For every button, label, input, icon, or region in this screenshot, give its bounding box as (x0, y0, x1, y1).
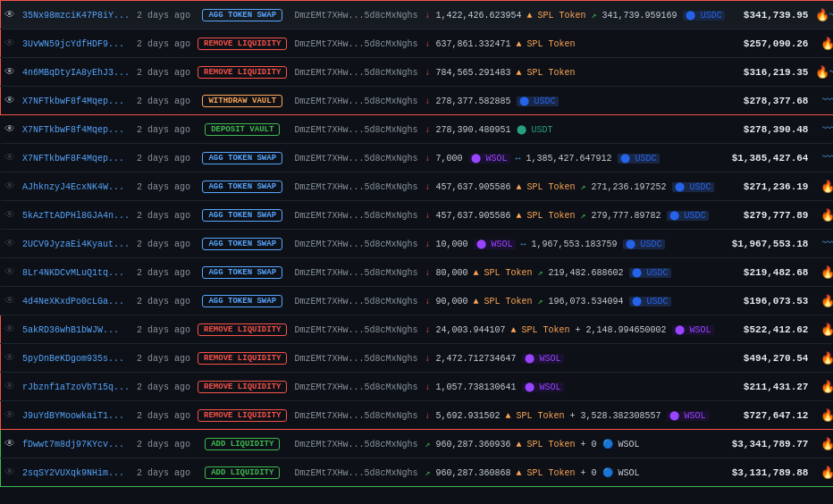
dest-address[interactable]: DmzEMt7XHw...5d8cMxNghs (294, 68, 417, 78)
amount-in-arrow: ↗ (425, 440, 436, 449)
timestamp: 2 days ago (137, 11, 190, 21)
time-cell: 2 days ago (133, 29, 194, 58)
wallet-address[interactable]: 2UCV9JyzaEi4Kyaut... (22, 239, 130, 249)
wallet-address[interactable]: 5pyDnBeKDgom935s... (22, 354, 124, 364)
dest-address[interactable]: DmzEMt7XHw...5d8cMxNghs (294, 268, 417, 278)
table-row: 👁 X7NFTkbwF8f4Mqep... 2 days ago DEPOSIT… (1, 115, 834, 144)
dest-address[interactable]: DmzEMt7XHw...5d8cMxNghs (294, 354, 417, 364)
fire-icon: 🔥 (820, 209, 833, 223)
amount-out-arrow: ↓ (425, 325, 436, 335)
amount-out-arrow: ↓ (425, 125, 436, 135)
wallet-address[interactable]: 35Nx98mzciK47P8iY... (22, 11, 130, 21)
amounts-cell: ↓ 1,422,426.623954 ▲ SPL Token ↗ 341,739… (422, 1, 728, 29)
eye-icon[interactable]: 👁 (4, 38, 15, 50)
wsol-token-icon: ⬤ WSOL (522, 354, 564, 364)
address-cell: 4n6MBqDtyIA8yEhJ3... (19, 58, 133, 87)
wallet-address[interactable]: rJbznf1aTzoVbT15q... (22, 382, 130, 392)
dest-address[interactable]: DmzEMt7XHw...5d8cMxNghs (294, 468, 417, 478)
amounts-cell: ↗ 960,287.360868 ▲ SPL Token + 0 🔵 WSOL (422, 458, 728, 487)
wallet-address[interactable]: 3UvWN59jcYdfHDF9... (22, 39, 124, 49)
eye-icon[interactable]: 👁 (4, 352, 15, 365)
wallet-address[interactable]: 4d4NeXKxdPo0cLGa... (22, 297, 124, 307)
eye-icon[interactable]: 👁 (4, 209, 15, 222)
dest-address[interactable]: DmzEMt7XHw...5d8cMxNghs (294, 182, 417, 192)
amounts-cell: ↓ 2,472.712734647 ⬤ WSOL (422, 344, 728, 373)
amount-text: ↗ 960,287.360936 ▲ SPL Token + 0 🔵 WSOL (425, 440, 640, 449)
table-row: 👁 3UvWN59jcYdfHDF9... 2 days ago REMOVE … (1, 29, 834, 58)
icons-cell: 🔥〰 (812, 1, 833, 29)
wallet-address[interactable]: J9uYdBYMoowkaiT1... (22, 411, 124, 421)
dest-address[interactable]: DmzEMt7XHw...5d8cMxNghs (294, 239, 417, 249)
dest-address[interactable]: DmzEMt7XHw...5d8cMxNghs (294, 411, 417, 421)
wallet-address[interactable]: 2sqSY2VUXqk9NHim... (22, 468, 124, 478)
table-row: 👁 8Lr4NKDCvMLuQ1tq... 2 days ago AGG TOK… (1, 258, 834, 287)
wallet-address[interactable]: 8Lr4NKDCvMLuQ1tq... (22, 268, 124, 278)
usd-value: $522,412.62 (744, 324, 809, 335)
dest-address[interactable]: DmzEMt7XHw...5d8cMxNghs (294, 39, 417, 49)
eye-icon[interactable]: 👁 (4, 266, 15, 279)
fire-icon: 🔥 (820, 438, 833, 451)
dest-address[interactable]: DmzEMt7XHw...5d8cMxNghs (294, 382, 417, 392)
wallet-address[interactable]: fDwwt7m8dj97KYcv... (22, 440, 124, 449)
dest-address[interactable]: DmzEMt7XHw...5d8cMxNghs (294, 11, 417, 21)
eye-icon[interactable]: 👁 (4, 409, 15, 422)
eye-icon[interactable]: 👁 (4, 123, 15, 136)
dest-address[interactable]: DmzEMt7XHw...5d8cMxNghs (294, 125, 417, 135)
table-row: 👁 4n6MBqDtyIA8yEhJ3... 2 days ago REMOVE… (1, 58, 834, 87)
eye-icon[interactable]: 👁 (4, 66, 15, 79)
action-cell: DEPOSIT VAULT (194, 115, 290, 144)
address-cell: 4d4NeXKxdPo0cLGa... (19, 287, 133, 315)
usdc-token-icon: ⬤ USDC (683, 11, 725, 21)
wallet-address[interactable]: 4n6MBqDtyIA8yEhJ3... (22, 68, 130, 78)
eye-icon[interactable]: 👁 (4, 181, 15, 193)
amount-text: ↓ 90,000 ▲ SPL Token ↗ 196,073.534094 ⬤ … (425, 297, 671, 307)
icons-cell: 🔥 (812, 344, 833, 373)
dest-address[interactable]: DmzEMt7XHw...5d8cMxNghs (294, 211, 417, 221)
eye-icon[interactable]: 👁 (4, 152, 15, 164)
dest-address[interactable]: DmzEMt7XHw...5d8cMxNghs (294, 325, 417, 335)
wallet-address[interactable]: AJhknzyJ4EcxNK4W... (22, 182, 124, 192)
timestamp: 2 days ago (137, 411, 190, 421)
action-badge: WITHDRAW VAULT (202, 95, 282, 107)
eye-cell: 👁 (1, 1, 20, 29)
wallet-address[interactable]: 5kAzTtADPHl8GJA4n... (22, 211, 130, 221)
eye-icon[interactable]: 👁 (4, 238, 15, 250)
amount-swap-arrow: ↔ (516, 154, 526, 164)
amounts-cell: ↓ 784,565.291483 ▲ SPL Token (422, 58, 728, 87)
eye-icon[interactable]: 👁 (4, 95, 15, 107)
table-row: 👁 J9uYdBYMoowkaiT1... 2 days ago REMOVE … (1, 401, 834, 430)
action-cell: AGG TOKEN SWAP (194, 1, 290, 29)
spl-token-icon: ▲ SPL Token (517, 468, 576, 478)
eye-cell: 👁 (1, 258, 20, 287)
amount-in-arrow: ↗ (581, 211, 592, 221)
dest-address[interactable]: DmzEMt7XHw...5d8cMxNghs (294, 97, 417, 106)
eye-icon[interactable]: 👁 (4, 438, 15, 450)
dest-address[interactable]: DmzEMt7XHw...5d8cMxNghs (294, 297, 417, 307)
eye-icon[interactable]: 👁 (4, 9, 15, 21)
amounts-cell: ↓ 80,000 ▲ SPL Token ↗ 219,482.688602 ⬤ … (422, 258, 728, 287)
wallet-address[interactable]: X7NFTkbwF8F4Mqep... (22, 154, 124, 164)
spl-token-icon: ▲ SPL Token (527, 11, 586, 21)
dest-address[interactable]: DmzEMt7XHw...5d8cMxNghs (294, 154, 417, 164)
amount-out-arrow: ↓ (425, 11, 436, 21)
eye-icon[interactable]: 👁 (4, 323, 15, 336)
transactions-table: 👁 35Nx98mzciK47P8iY... 2 days ago AGG TO… (0, 0, 833, 504)
value-cell: $219,482.68 (728, 258, 812, 287)
time-cell: 2 days ago (133, 201, 194, 230)
amount-text: ↓ 10,000 ⬤ WSOL ↔ 1,967,553.183759 ⬤ USD… (425, 239, 665, 249)
wallet-address[interactable]: X7NFTkbwF8f4Mqep... (22, 125, 124, 135)
wallet-address[interactable]: X7NFTkbwF8f4Mqep... (22, 97, 124, 106)
action-cell: AGG TOKEN SWAP (194, 258, 290, 287)
eye-icon[interactable]: 👁 (4, 295, 15, 307)
value-cell: $279,777.89 (728, 201, 812, 230)
wallet-address[interactable]: 5akRD36whB1bWJW... (22, 325, 119, 335)
usd-value: $271,236.19 (744, 181, 809, 192)
dest-cell: DmzEMt7XHw...5d8cMxNghs (290, 458, 421, 487)
dest-address[interactable]: DmzEMt7XHw...5d8cMxNghs (294, 440, 417, 449)
dest-cell: DmzEMt7XHw...5d8cMxNghs (290, 430, 421, 458)
time-cell: 2 days ago (133, 430, 194, 458)
eye-icon[interactable]: 👁 (4, 381, 15, 393)
amount-out-arrow: ↓ (425, 97, 436, 106)
usdc-token-icon: ⬤ USDC (517, 97, 559, 106)
eye-icon[interactable]: 👁 (4, 466, 15, 479)
